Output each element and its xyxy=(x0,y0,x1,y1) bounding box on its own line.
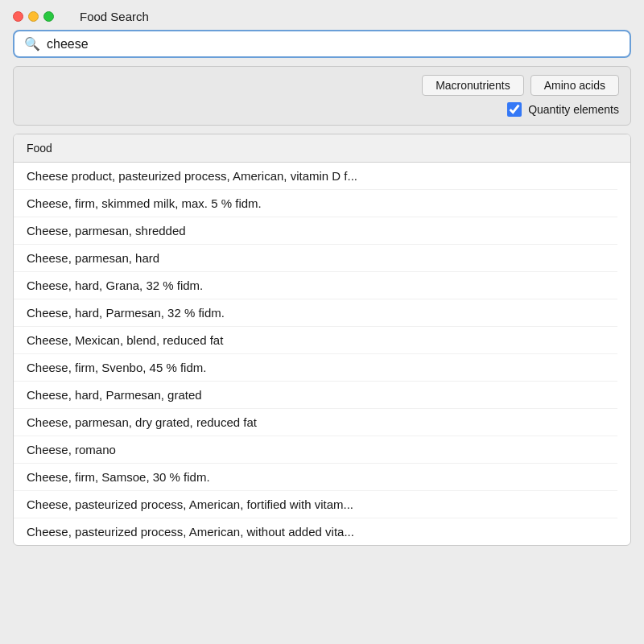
table-row[interactable]: Cheese, parmesan, shredded xyxy=(14,217,617,245)
search-icon: 🔍 xyxy=(24,36,40,52)
traffic-lights xyxy=(13,11,54,22)
close-button[interactable] xyxy=(13,11,23,22)
filter-tab-row: Macronutrients Amino acids xyxy=(422,75,619,96)
table-row[interactable]: Cheese, parmesan, dry grated, reduced fa… xyxy=(14,409,617,436)
content: 🔍 Macronutrients Amino acids Quantity el… xyxy=(0,30,644,559)
table-row[interactable]: Cheese, firm, skimmed milk, max. 5 % fid… xyxy=(14,190,617,217)
table-body[interactable]: Cheese product, pasteurized process, Ame… xyxy=(14,163,630,545)
table-row[interactable]: Cheese, parmesan, hard xyxy=(14,245,617,272)
table-row[interactable]: Cheese, firm, Svenbo, 45 % fidm. xyxy=(14,354,617,382)
macronutrients-tab[interactable]: Macronutrients xyxy=(422,75,524,96)
minimize-button[interactable] xyxy=(28,11,39,22)
food-table: Food Cheese product, pasteurized process… xyxy=(13,134,631,546)
quantity-elements-checkbox[interactable] xyxy=(507,102,522,117)
table-row[interactable]: Cheese, hard, Grana, 32 % fidm. xyxy=(14,272,617,299)
filter-area: Macronutrients Amino acids Quantity elem… xyxy=(13,66,631,126)
food-column-header: Food xyxy=(27,142,52,155)
quantity-elements-label[interactable]: Quantity elements xyxy=(528,103,619,116)
table-row[interactable]: Cheese, pasteurized process, American, f… xyxy=(14,491,617,518)
table-row[interactable]: Cheese, romano xyxy=(14,436,617,464)
title-bar: Food Search xyxy=(0,0,644,30)
table-row[interactable]: Cheese, Mexican, blend, reduced fat xyxy=(14,327,617,354)
table-row[interactable]: Cheese, pasteurized process, American, w… xyxy=(14,518,617,545)
table-row[interactable]: Cheese, firm, Samsoe, 30 % fidm. xyxy=(14,464,617,491)
quantity-elements-row: Quantity elements xyxy=(507,102,619,117)
table-row[interactable]: Cheese product, pasteurized process, Ame… xyxy=(14,163,617,190)
table-row[interactable]: Cheese, hard, Parmesan, 32 % fidm. xyxy=(14,299,617,327)
table-header: Food xyxy=(14,134,630,163)
table-row[interactable]: Cheese, hard, Parmesan, grated xyxy=(14,382,617,409)
maximize-button[interactable] xyxy=(43,11,54,22)
search-bar: 🔍 xyxy=(13,30,631,58)
amino-acids-tab[interactable]: Amino acids xyxy=(530,75,619,96)
app-title: Food Search xyxy=(80,10,149,23)
search-input[interactable] xyxy=(47,37,620,52)
